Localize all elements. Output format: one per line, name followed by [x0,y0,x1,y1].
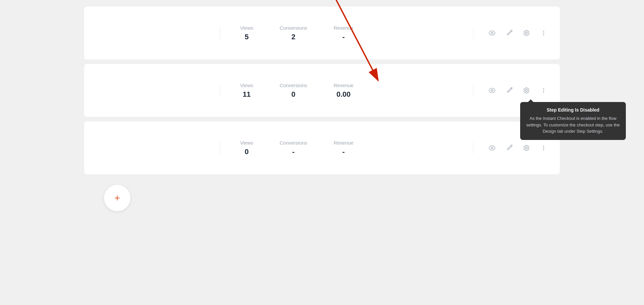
eye-icon-2 [488,87,496,94]
stat-label-conversions-3: Conversions [280,140,307,146]
dots-button-3[interactable] [538,142,549,153]
step-actions-2: Step Editing Is Disabled As the Instant … [473,85,549,96]
eye-button-1[interactable] [486,27,498,39]
gear-button-3[interactable] [521,142,532,153]
step-editing-tooltip: Step Editing Is Disabled As the Instant … [520,102,626,140]
stat-value-revenue-2: 0.00 [337,90,351,99]
dots-icon-1 [540,29,547,37]
stat-label-conversions-2: Conversions [280,83,307,88]
stat-views-1: Views 5 [240,25,253,41]
step-stats-3: Views 0 Conversions - Revenue - [220,133,473,163]
gear-icon-3 [523,144,530,152]
add-step-button[interactable]: + [104,185,130,211]
step-row-3: Views 0 Conversions - Revenue - [84,121,560,174]
separator-1 [84,60,560,64]
dots-button-1[interactable] [538,27,549,39]
step-actions-1 [473,27,549,39]
stat-conversions-2: Conversions 0 [280,83,307,99]
step-left-3 [95,141,220,154]
stat-label-revenue-1: Revenue [334,25,353,31]
gear-button-2[interactable] [521,85,532,96]
pencil-icon-3 [506,144,513,152]
eye-icon-3 [488,144,496,152]
stat-label-views-3: Views [240,140,253,146]
separator-2 [84,118,560,121]
pencil-button-1[interactable] [504,27,515,39]
stat-label-revenue-2: Revenue [334,83,353,88]
gear-button-1[interactable] [521,27,532,39]
pencil-button-3[interactable] [504,142,515,153]
tooltip-title: Step Editing Is Disabled [526,107,620,113]
pencil-icon-2 [506,87,513,94]
main-container: Views 5 Conversions 2 Revenue - [0,0,644,305]
stat-revenue-2: Revenue 0.00 [334,83,353,99]
stat-label-revenue-3: Revenue [334,140,353,146]
tooltip-box: Step Editing Is Disabled As the Instant … [520,102,626,140]
stat-label-views-1: Views [240,25,253,31]
step-stats-2: Views 11 Conversions 0 Revenue 0.00 [220,76,473,105]
tooltip-body: As the Instant Checkout is enabled in th… [526,115,620,135]
eye-button-2[interactable] [486,85,498,96]
step-row-2: Views 11 Conversions 0 Revenue 0.00 [84,64,560,117]
stat-value-conversions-3: - [292,148,295,156]
step-stats-1: Views 5 Conversions 2 Revenue - [220,18,473,48]
stat-value-conversions-1: 2 [291,33,295,41]
stat-label-conversions-1: Conversions [280,25,307,31]
step-row-1: Views 5 Conversions 2 Revenue - [84,7,560,59]
dots-icon-3 [540,144,547,152]
dots-icon-2 [540,87,547,94]
dots-button-2[interactable] [538,85,549,96]
gear-icon-1 [523,29,530,37]
stat-conversions-1: Conversions 2 [280,25,307,41]
step-left-1 [95,26,220,40]
stat-value-views-3: 0 [245,148,249,156]
stat-value-revenue-1: - [342,33,344,41]
pencil-icon-1 [506,29,513,37]
step-left-2 [95,84,220,97]
stat-views-3: Views 0 [240,140,253,156]
step-actions-3 [473,142,549,153]
stat-value-conversions-2: 0 [291,90,295,99]
eye-icon-1 [488,29,496,37]
eye-button-3[interactable] [486,142,498,153]
rows-wrapper: Views 5 Conversions 2 Revenue - [84,7,560,175]
stat-views-2: Views 11 [240,83,253,99]
add-button-container: + [84,175,560,211]
pencil-button-2[interactable]: Step Editing Is Disabled As the Instant … [504,85,515,96]
stat-conversions-3: Conversions - [280,140,307,156]
stat-value-views-2: 11 [243,90,251,99]
stat-revenue-1: Revenue - [334,25,353,41]
stat-value-revenue-3: - [342,148,344,156]
stat-label-views-2: Views [240,83,253,88]
stat-value-views-1: 5 [245,33,249,41]
add-icon: + [114,192,120,204]
gear-icon-2 [523,87,530,94]
stat-revenue-3: Revenue - [334,140,353,156]
